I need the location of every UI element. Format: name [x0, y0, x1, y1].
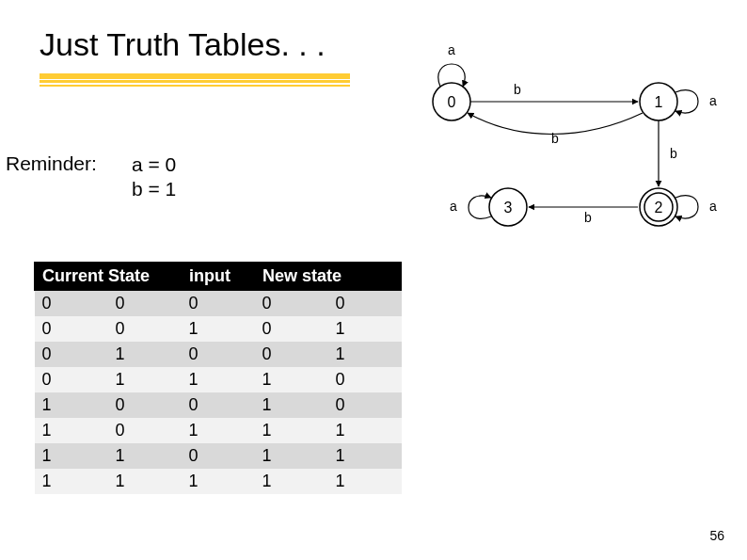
cell: 1	[35, 418, 108, 443]
truth-table: Current State input New state 0 0 0 0 0 …	[34, 262, 402, 494]
reminder-label: Reminder:	[6, 152, 97, 175]
edge-label-b: b	[670, 146, 677, 161]
page-title: Just Truth Tables. . .	[40, 26, 326, 63]
header-new-state: New state	[255, 263, 402, 291]
cell: 0	[108, 418, 182, 443]
state-0-label: 0	[448, 94, 456, 110]
title-underline	[40, 73, 350, 87]
cell: 0	[35, 367, 108, 392]
cell: 0	[255, 342, 328, 367]
cell: 0	[35, 316, 108, 342]
table-row: 1 1 0 1 1	[35, 443, 402, 469]
cell: 0	[182, 443, 255, 469]
cell: 1	[328, 342, 402, 367]
table-row: 0 0 1 0 1	[35, 316, 402, 342]
cell: 1	[328, 443, 402, 469]
cell: 1	[182, 469, 255, 494]
cell: 0	[108, 291, 182, 317]
table-row: 1 1 1 1 1	[35, 469, 402, 494]
cell: 0	[255, 291, 328, 317]
state-2-label: 2	[655, 200, 663, 216]
table-row: 1 0 1 1 1	[35, 418, 402, 443]
cell: 1	[108, 469, 182, 494]
edge-label-b: b	[584, 210, 592, 225]
edge-label-a: a	[450, 199, 457, 214]
cell: 0	[328, 392, 402, 418]
state-diagram: 0 1 2 3 a b a b b a b a	[376, 28, 734, 245]
cell: 1	[255, 367, 328, 392]
cell: 1	[108, 443, 182, 469]
cell: 1	[328, 316, 402, 342]
cell: 0	[328, 291, 402, 317]
reminder-b: b = 1	[132, 177, 176, 201]
header-current-state: Current State	[35, 263, 182, 291]
cell: 1	[182, 316, 255, 342]
table-row: 0 1 1 1 0	[35, 367, 402, 392]
cell: 1	[35, 443, 108, 469]
cell: 1	[255, 443, 328, 469]
page-number: 56	[709, 528, 724, 543]
cell: 0	[328, 367, 402, 392]
cell: 1	[182, 418, 255, 443]
state-3-label: 3	[504, 200, 513, 216]
cell: 0	[182, 342, 255, 367]
cell: 1	[35, 392, 108, 418]
cell: 0	[255, 316, 328, 342]
cell: 1	[255, 418, 328, 443]
edge-label-a: a	[709, 93, 717, 108]
cell: 0	[35, 342, 108, 367]
cell: 0	[35, 291, 108, 317]
reminder-a: a = 0	[132, 152, 176, 177]
edge-label-a: a	[709, 199, 717, 214]
cell: 1	[108, 367, 182, 392]
state-1-label: 1	[655, 94, 663, 110]
table-body: 0 0 0 0 0 0 0 1 0 1 0 1 0 0 1 0 1 1 1 0	[35, 291, 402, 495]
cell: 0	[108, 316, 182, 342]
cell: 0	[182, 291, 255, 317]
cell: 1	[255, 392, 328, 418]
cell: 1	[108, 342, 182, 367]
cell: 1	[35, 469, 108, 494]
table-header-row: Current State input New state	[35, 263, 402, 291]
cell: 0	[182, 392, 255, 418]
edge-label-b: b	[551, 131, 559, 146]
table-row: 0 1 0 0 1	[35, 342, 402, 367]
header-input: input	[182, 263, 255, 291]
edge-label-a: a	[448, 42, 455, 57]
table-row: 0 0 0 0 0	[35, 291, 402, 317]
cell: 1	[328, 418, 402, 443]
cell: 1	[255, 469, 328, 494]
cell: 1	[328, 469, 402, 494]
table-row: 1 0 0 1 0	[35, 392, 402, 418]
cell: 0	[108, 392, 182, 418]
cell: 1	[182, 367, 255, 392]
reminder-values: a = 0 b = 1	[132, 152, 176, 202]
edge-label-b: b	[514, 82, 521, 97]
